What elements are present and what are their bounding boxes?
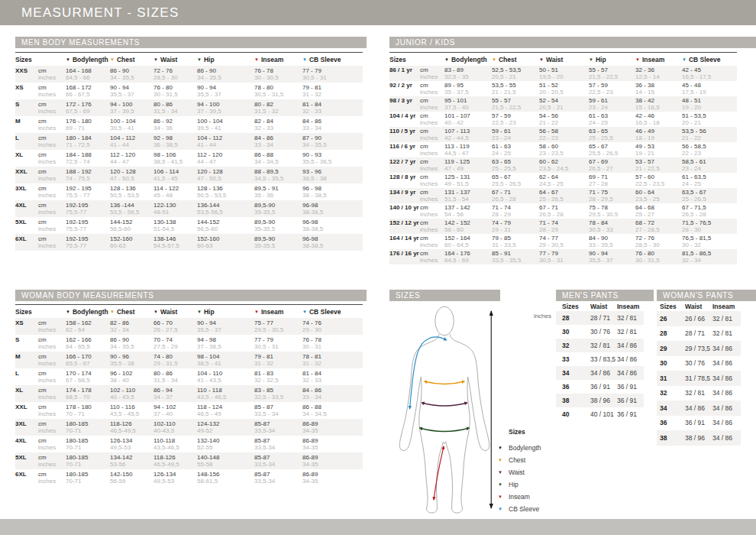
legend-item-inseam: ▼Inseam — [498, 491, 541, 503]
measure-cell: 65 - 6725,5 - 26,5 — [589, 142, 635, 157]
measure-cell: 102 - 11040 - 43,5 — [110, 385, 153, 402]
measure-cell: 86-8934-35 — [302, 469, 363, 486]
measure-cell: 104 - 11241 - 44 — [197, 133, 254, 150]
pants-value: 36 / 91 — [617, 397, 644, 404]
measure-cell: 62 - 6424,5 - 25 — [539, 173, 589, 188]
measure-cell: 112 - 12044 - 47 — [110, 150, 153, 167]
column-header-chest: ▼Chest — [110, 305, 153, 319]
measure-cell: 106 - 11441,5 - 45 — [153, 167, 197, 183]
measure-cell: 170 - 17467 - 68,5 — [66, 368, 110, 385]
measure-cell: 57 - 6022,5 - 23,5 — [635, 173, 682, 188]
pants-size: 34 — [556, 369, 590, 377]
measure-cell: 158 - 16262 - 64 — [66, 318, 110, 335]
unit-labels: cminches — [38, 419, 66, 436]
measure-cell: 52,5 - 53,520,5 - 21 — [492, 66, 539, 81]
measure-cell: 55 - 5721,5 - 22,5 — [492, 96, 539, 112]
measure-cell: 69 - 7127 - 28 — [589, 173, 635, 188]
measure-cell: 49 - 5319 - 21 — [635, 142, 682, 157]
measure-cell: 72 - 7628,5 - 30 — [635, 234, 682, 249]
silhouette-head — [435, 306, 454, 336]
measure-cell: 96-9838-38,5 — [302, 217, 363, 234]
hip-arrow-icon: ▼ — [589, 57, 593, 62]
pants-row: 3030 / 7634 / 86 — [657, 356, 741, 371]
measure-cell: 77 - 7930,5 - 31 — [302, 66, 363, 83]
cb-sleeve-arrow-icon: ▼ — [302, 57, 307, 62]
page-footer-bar — [0, 519, 756, 535]
measure-cell: 112 - 12044 - 47 — [197, 150, 254, 167]
pants-size: 30 — [657, 359, 685, 367]
measure-cell: 110 - 11643,5 - 45,5 — [110, 402, 153, 419]
pants-value: 28 / 71 — [590, 314, 617, 322]
mens-pants-table: SizesWaistInseam2828 / 7132 / 813030 / 7… — [556, 301, 644, 421]
cb-sleeve-measure-line — [410, 337, 447, 409]
pants-value: 40 / 101 — [590, 410, 617, 418]
pants-size: 36 — [556, 383, 590, 391]
column-header-sizes: Sizes — [389, 53, 444, 66]
measure-cell: 54 - 5621 - 22 — [539, 112, 589, 127]
pants-size: 28 — [657, 329, 685, 337]
measure-cell: 96-9838-38,5 — [302, 234, 363, 251]
size-row: XXLcminches188 - 19274 - 75,5120 - 12847… — [15, 167, 363, 183]
measure-cell: 164 - 16864,5 - 66 — [66, 66, 110, 83]
measure-cell: 63 - 6525 - 25,5 — [589, 127, 635, 142]
womans-pants-table: SizesWaistInseam2626 / 6632 / 812828 / 7… — [657, 301, 741, 446]
size-row: 5XLcminches180-18570-71134-14253-56118-1… — [15, 452, 363, 469]
measure-cell: 90 - 9635,5 - 38 — [110, 352, 153, 368]
measure-cell: 83 - 8932,5 - 35 — [444, 66, 492, 81]
measure-cell: 84 - 8633 - 34 — [302, 116, 363, 133]
pants-row: 4040 / 10136 / 91 — [556, 407, 644, 421]
size-label: M — [15, 352, 38, 368]
pants-size: 38 — [556, 397, 590, 404]
measure-cell: 86 - 9034 - 35,5 — [110, 66, 153, 83]
section-title-junior: JUNIOR / KIDS — [396, 38, 455, 47]
measure-cell: 78 - 8430,5 - 33 — [589, 219, 635, 234]
unit-labels: cminches — [38, 200, 66, 217]
pants-value: 32 / 81 — [712, 329, 739, 337]
column-header-hip: ▼Hip — [197, 305, 254, 319]
measure-cell: 184 - 18872,5 - 74 — [66, 150, 110, 167]
measure-cell: 118 - 12446,5 - 49 — [197, 402, 254, 419]
unit-labels: cminches — [420, 112, 444, 127]
size-chart-page: { "title": "MEASURMENT - SIZES", "labels… — [0, 0, 756, 535]
measure-cell: 94 - 10037 - 39,5 — [110, 99, 153, 116]
pants-size: 33 — [556, 355, 590, 363]
measure-cell: 79 - 8131 - 32 — [254, 352, 302, 368]
waist-measure-line — [422, 403, 467, 406]
pants-column-header: Sizes — [556, 303, 590, 310]
cb-sleeve-arrow-icon: ▼ — [302, 310, 307, 314]
column-header-cb-sleeve: ▼CB Sleeve — [682, 53, 737, 66]
measure-cell: 100 - 10439,5 - 41 — [197, 116, 254, 133]
size-row: 6XLcminches180-18570-71142-15056-59126-1… — [15, 469, 363, 486]
pants-row: 3131 / 78,534 / 86 — [657, 371, 741, 386]
size-label: 128 / 8 yr — [389, 173, 420, 188]
unit-labels: cminches — [420, 173, 444, 188]
measure-cell: 55 - 5721,5 - 22,5 — [589, 66, 635, 81]
pants-row: 3434 / 8634 / 86 — [657, 400, 741, 416]
pants-value: 36 / 91 — [590, 383, 617, 391]
measure-cell: 51 - 5220 - 20,5 — [539, 81, 589, 96]
measure-cell: 89 - 9535 - 37,5 — [444, 81, 492, 96]
size-row: 164 / 14 yrcminches152 - 16460 - 64,579 … — [389, 234, 737, 249]
bodylength-arrow-icon: ▼ — [444, 57, 449, 62]
size-row: XXScminches164 - 16864,5 - 6686 - 9034 -… — [15, 66, 363, 83]
measure-cell: 88 - 89,534,5 - 35,5 — [254, 167, 302, 183]
unit-labels: cminches — [38, 436, 66, 452]
column-header-sizes: Sizes — [15, 305, 66, 319]
measure-cell: 78 - 8131 - 32 — [302, 352, 363, 368]
pants-row: 3333 / 83,534 / 86 — [556, 352, 644, 366]
measure-cell: 85 - 8733,5 - 34 — [254, 402, 302, 419]
measure-cell: 81 - 8332 - 32,5 — [254, 368, 302, 385]
pants-row: 3030 / 7632 / 81 — [556, 325, 644, 339]
pants-size: 29 — [657, 345, 685, 352]
measure-cell: 90 - 9435,5 - 37 — [197, 83, 254, 99]
legend-label: Bodylength — [509, 444, 541, 452]
measure-cell: 152-16060-63 — [110, 234, 153, 251]
unit-labels: cminches — [38, 167, 66, 183]
measure-cell: 96-9838-38,5 — [302, 200, 363, 217]
measure-cell: 74 - 7729 - 30,5 — [539, 234, 589, 249]
measure-cell: 136-14453,5-56,5 — [197, 200, 254, 217]
measure-cell: 180-18570-71 — [66, 419, 110, 436]
measure-cell: 188 - 19274 - 75,5 — [66, 167, 110, 183]
pants-row: 2828 / 7132 / 81 — [657, 326, 741, 342]
hip-arrow-icon: ▼ — [498, 482, 506, 487]
